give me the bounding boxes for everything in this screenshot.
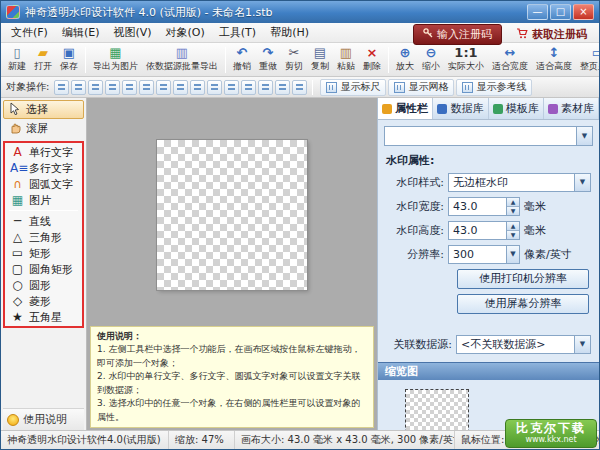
toolbar-button[interactable]: 1:1 实际大小 xyxy=(444,44,488,75)
toolbar-button[interactable]: ▯ 新建 xyxy=(4,44,30,75)
shape-tool-button[interactable]: ◇ 菱形 xyxy=(6,293,81,309)
toolbar-button-label: 缩小 xyxy=(422,60,440,73)
shape-tool-button[interactable]: A≡ 多行文字 xyxy=(6,160,81,176)
align-right-icon[interactable] xyxy=(88,80,103,95)
toolbar-button-label: 保存 xyxy=(60,60,78,73)
toolbar-button[interactable]: ↷ 重做 xyxy=(255,44,281,75)
instructions-title: 使用说明： xyxy=(97,330,367,344)
toolbar-button-label: 粘贴 xyxy=(337,60,355,73)
watermark-height-stepper[interactable]: 43.0 ▲▼ xyxy=(448,221,520,240)
toolbar-button[interactable]: ⊖ 缩小 xyxy=(418,44,444,75)
toolbar-button-label: 依数据源批量导出 xyxy=(146,60,218,73)
use-printer-resolution-button[interactable]: 使用打印机分辨率 xyxy=(457,269,589,289)
watermark-canvas[interactable] xyxy=(157,140,307,290)
canvas-area[interactable]: 使用说明： 1. 左侧工具栏中选择一个功能后，在画布区域按住鼠标左键拖动，即可添… xyxy=(87,98,377,430)
bring-to-front-icon[interactable] xyxy=(241,80,256,95)
panel-tab[interactable]: 数据库 xyxy=(433,98,488,119)
shape-tool-button[interactable]: △ 三角形 xyxy=(6,229,81,245)
menu-item[interactable]: 编辑(E) xyxy=(55,23,107,42)
align-center-horizontal-icon[interactable] xyxy=(71,80,86,95)
menu-item[interactable]: 文件(F) xyxy=(4,23,55,42)
datasource-dropdown[interactable]: <不关联数据源> ▼ xyxy=(456,335,591,354)
shape-tool-button[interactable]: ▢ 圆角矩形 xyxy=(6,261,81,277)
menu-item[interactable]: 帮助(H) xyxy=(263,23,316,42)
menu-item[interactable]: 视图(V) xyxy=(106,23,158,42)
shape-tool-button[interactable]: ★ 五角星 xyxy=(6,309,81,325)
enter-registration-code-button[interactable]: 输入注册码 xyxy=(413,24,502,45)
same-width-icon[interactable] xyxy=(156,80,171,95)
rectangle-icon: ▭ xyxy=(10,247,25,259)
cut-icon: ✂ xyxy=(289,46,300,60)
shape-tool-button[interactable]: ─ 直线 xyxy=(6,213,81,229)
menu-item[interactable]: 对象(O) xyxy=(159,23,212,42)
toolbar-button[interactable]: × 删除 xyxy=(359,44,385,75)
help-button[interactable]: 使用说明 xyxy=(3,408,84,430)
zoom-out-icon: ⊖ xyxy=(426,46,437,60)
watermark-properties-title: 水印属性: xyxy=(378,150,599,170)
shape-tool-button[interactable]: ▭ 矩形 xyxy=(6,245,81,261)
toolbar-button-label: 整页显示 xyxy=(580,60,600,73)
spin-up-icon[interactable]: ▲ xyxy=(507,222,519,231)
spin-down-icon[interactable]: ▼ xyxy=(507,207,519,215)
toolbar-button[interactable]: ▥ 依数据源批量导出 xyxy=(142,44,222,75)
same-size-icon[interactable] xyxy=(190,80,205,95)
select-tool-button[interactable]: 选择 xyxy=(3,100,84,119)
usage-instructions: 使用说明： 1. 左侧工具栏中选择一个功能后，在画布区域按住鼠标左键拖动，即可添… xyxy=(90,326,374,429)
align-middle-icon[interactable] xyxy=(122,80,137,95)
copy-icon: ▤ xyxy=(314,46,326,60)
use-screen-resolution-button[interactable]: 使用屏幕分辨率 xyxy=(457,294,589,314)
toolbar-button[interactable]: ▦ 导出为图片 xyxy=(89,44,142,75)
toolbar-button[interactable]: ▣ 保存 xyxy=(56,44,82,75)
toolbar-button[interactable]: ▥ 粘贴 xyxy=(333,44,359,75)
toolbar-button[interactable]: ✂ 剪切 xyxy=(281,44,307,75)
datasource-label: 关联数据源: xyxy=(386,337,452,352)
group-icon[interactable] xyxy=(275,80,290,95)
toolbar-button[interactable]: ↕ 适合高度 xyxy=(532,44,576,75)
shape-tool-button[interactable]: ○ 圆形 xyxy=(6,277,81,293)
shape-tool-label: 多行文字 xyxy=(29,161,73,176)
equal-v-spacing-icon[interactable] xyxy=(224,80,239,95)
toolbar-button[interactable]: ↔ 适合宽度 xyxy=(488,44,532,75)
shape-tool-label: 圆弧文字 xyxy=(29,177,73,192)
view-toggle-button[interactable]: 显示网格 xyxy=(388,79,454,96)
equal-h-spacing-icon[interactable] xyxy=(207,80,222,95)
align-bottom-icon[interactable] xyxy=(139,80,154,95)
image-icon: ▦ xyxy=(10,194,25,206)
spin-up-icon[interactable]: ▲ xyxy=(507,198,519,207)
send-to-back-icon[interactable] xyxy=(258,80,273,95)
toolbar-button[interactable]: ▤ 复制 xyxy=(307,44,333,75)
menu-item[interactable]: 工具(T) xyxy=(212,23,263,42)
watermark-height-label: 水印高度: xyxy=(386,223,444,238)
get-registration-code-button[interactable]: 获取注册码 xyxy=(510,25,593,44)
same-height-icon[interactable] xyxy=(173,80,188,95)
align-left-icon[interactable] xyxy=(54,80,69,95)
toolbar-separator xyxy=(225,47,226,73)
toolbar-button[interactable]: ▭ 整页显示 xyxy=(576,44,600,75)
panel-tab[interactable]: 属性栏 xyxy=(378,98,433,119)
watermark-width-stepper[interactable]: 43.0 ▲▼ xyxy=(448,197,520,216)
ungroup-icon[interactable] xyxy=(292,80,307,95)
scroll-tool-button[interactable]: 滚屏 xyxy=(3,119,84,138)
resolution-dropdown[interactable]: 300 ▼ xyxy=(448,245,520,264)
thumbnail-section-header: 缩览图 xyxy=(378,362,599,380)
align-top-icon[interactable] xyxy=(105,80,120,95)
object-select-dropdown[interactable]: ▼ xyxy=(384,126,593,146)
shape-tool-button[interactable]: ▦ 图片 xyxy=(6,192,81,208)
toolbar-button[interactable]: ↶ 撤销 xyxy=(229,44,255,75)
panel-tab[interactable]: 模板库 xyxy=(489,98,544,119)
shape-tool-label: 五角星 xyxy=(29,310,62,325)
watermark-style-dropdown[interactable]: 无边框水印 ▼ xyxy=(448,173,591,192)
shape-tool-button[interactable]: ∩ 圆弧文字 xyxy=(6,176,81,192)
toolbar-button[interactable]: ⊕ 放大 xyxy=(392,44,418,75)
toolbar-button[interactable]: ▰ 打开 xyxy=(30,44,56,75)
spin-down-icon[interactable]: ▼ xyxy=(507,231,519,239)
resolution-unit: 像素/英寸 xyxy=(524,247,591,262)
view-toggle-button[interactable]: 显示标尺 xyxy=(320,79,386,96)
panel-tab[interactable]: 素材库 xyxy=(544,98,599,119)
grid-icon xyxy=(394,82,405,93)
close-button[interactable]: × xyxy=(573,4,594,20)
view-toggle-button[interactable]: 显示参考线 xyxy=(456,79,532,96)
shape-tool-button[interactable]: A 单行文字 xyxy=(6,144,81,160)
maximize-button[interactable]: □ xyxy=(550,4,571,20)
minimize-button[interactable]: — xyxy=(527,4,548,20)
